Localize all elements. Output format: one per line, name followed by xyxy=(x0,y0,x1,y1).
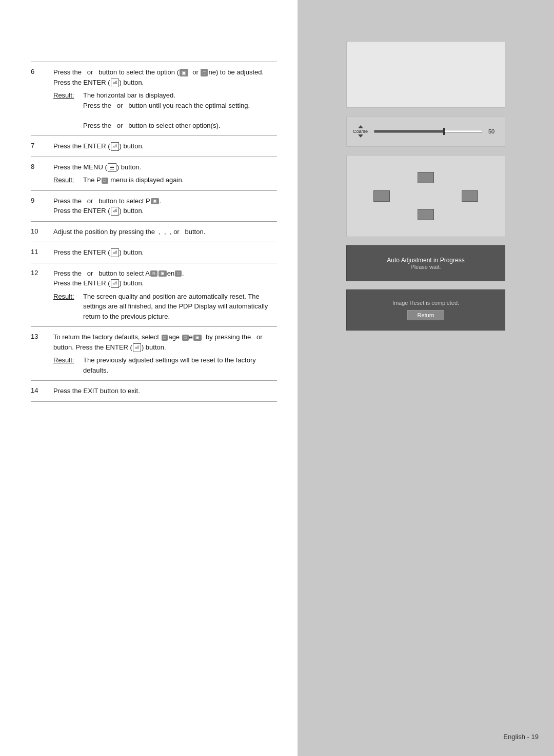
step-number-13: 13 xyxy=(31,332,45,375)
coarse-bar-thumb xyxy=(443,128,445,135)
coarse-arrow-down-icon xyxy=(358,134,363,138)
return-button[interactable]: Return xyxy=(407,310,444,320)
step-11: 11 Press the ENTER (⏎) button. xyxy=(31,242,277,263)
step-number-11: 11 xyxy=(31,247,45,258)
step-content-10: Adjust the position by pressing the , , … xyxy=(53,227,277,237)
step13-result: Result: The previously adjusted settings… xyxy=(53,355,277,375)
step-content-7: Press the ENTER (⏎) button. xyxy=(53,141,277,151)
step-12: 12 Press the or button to select AN▣en□.… xyxy=(31,263,277,327)
step-9: 9 Press the or button to select P▣. Pres… xyxy=(31,190,277,221)
coarse-bar-fill xyxy=(374,130,444,132)
steps-list: 6 Press the or button to select the opti… xyxy=(31,62,277,402)
coarse-label: Coarse xyxy=(353,129,368,134)
reset-text: Image Reset is completed. xyxy=(392,300,459,306)
pos-icon-left xyxy=(373,190,390,202)
step-content-8: Press the MENU (☰) button. Result: The P… xyxy=(53,162,277,185)
image-reset-panel: Image Reset is completed. Return xyxy=(346,289,505,331)
auto-adjustment-panel: Auto Adjustment in Progress Please wait. xyxy=(346,245,505,281)
right-sidebar: Coarse 50 Auto Adjustment in Progress Pl… xyxy=(298,0,554,756)
step-number-12: 12 xyxy=(31,268,45,322)
pos-icon-down xyxy=(418,209,434,220)
pos-icon-right xyxy=(462,190,478,202)
step-content-14: Press the EXIT button to exit. xyxy=(53,386,277,396)
page-footer: English - 19 xyxy=(503,733,539,741)
step-7: 7 Press the ENTER (⏎) button. xyxy=(31,135,277,157)
step-content-6: Press the or button to select the option… xyxy=(53,67,277,130)
step-8: 8 Press the MENU (☰) button. Result: The… xyxy=(31,157,277,190)
auto-text2: Please wait. xyxy=(410,264,441,270)
step6-text: Press the or button to select the option… xyxy=(53,68,264,86)
step-number-10: 10 xyxy=(31,227,45,237)
position-panel xyxy=(346,155,505,237)
step-content-12: Press the or button to select AN▣en□. Pr… xyxy=(53,268,277,322)
pos-icon-up xyxy=(418,172,434,183)
step-content-9: Press the or button to select P▣. Press … xyxy=(53,196,277,216)
step-number-9: 9 xyxy=(31,196,45,216)
step-number-6: 6 xyxy=(31,67,45,130)
step-14: 14 Press the EXIT button to exit. xyxy=(31,380,277,402)
left-content: 6 Press the or button to select the opti… xyxy=(0,0,298,756)
step-number-7: 7 xyxy=(31,141,45,151)
coarse-panel: Coarse 50 xyxy=(346,116,505,147)
footer-text: English - 19 xyxy=(503,733,539,741)
step-number-14: 14 xyxy=(31,386,45,396)
step6-result-text: The horizontal bar is displayed. Press t… xyxy=(83,90,250,130)
step8-result: Result: The P□ menu is displayed again. xyxy=(53,175,277,185)
coarse-arrow-up-icon xyxy=(358,125,363,128)
step-content-13: To return the factory defaults, select □… xyxy=(53,332,277,375)
step6-result-label: Result: xyxy=(53,90,78,130)
step-13: 13 To return the factory defaults, selec… xyxy=(31,326,277,380)
step8-result-label: Result: xyxy=(53,175,78,185)
step12-result: Result: The screen quality and position … xyxy=(53,292,277,322)
coarse-label-box: Coarse xyxy=(353,125,368,138)
step8-result-text: The P□ menu is displayed again. xyxy=(83,175,184,185)
coarse-bar xyxy=(374,130,482,133)
auto-text1: Auto Adjustment in Progress xyxy=(387,257,464,264)
step13-result-label: Result: xyxy=(53,355,78,375)
coarse-value: 50 xyxy=(488,128,499,134)
step-number-8: 8 xyxy=(31,162,45,185)
step12-result-text: The screen quality and position are auto… xyxy=(83,292,277,322)
step-content-11: Press the ENTER (⏎) button. xyxy=(53,247,277,258)
screen-preview-panel xyxy=(346,41,505,108)
page-container: 6 Press the or button to select the opti… xyxy=(0,0,554,756)
step-6: 6 Press the or button to select the opti… xyxy=(31,62,277,135)
step-10: 10 Adjust the position by pressing the ,… xyxy=(31,221,277,242)
step13-result-text: The previously adjusted settings will be… xyxy=(83,355,277,375)
step12-result-label: Result: xyxy=(53,292,78,322)
step6-result: Result: The horizontal bar is displayed.… xyxy=(53,90,277,130)
